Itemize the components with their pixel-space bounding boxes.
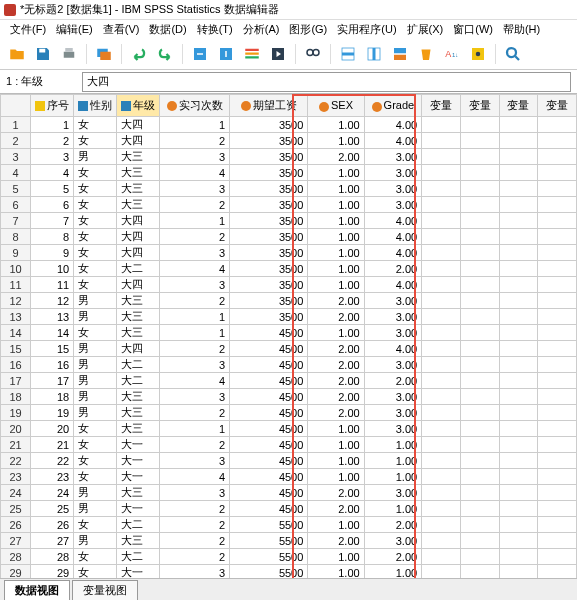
menu-item[interactable]: 窗口(W) bbox=[449, 22, 497, 37]
recall-dialog-icon[interactable] bbox=[93, 43, 115, 65]
cell[interactable] bbox=[422, 245, 461, 261]
cell[interactable] bbox=[460, 261, 499, 277]
cell[interactable]: 4500 bbox=[230, 341, 308, 357]
cell[interactable] bbox=[460, 165, 499, 181]
cell[interactable] bbox=[422, 469, 461, 485]
cell[interactable]: 14 bbox=[31, 325, 74, 341]
cell[interactable]: 1.00 bbox=[308, 197, 364, 213]
cell[interactable]: 2 bbox=[160, 405, 230, 421]
cell[interactable]: 2 bbox=[160, 197, 230, 213]
cell[interactable]: 1.00 bbox=[308, 453, 364, 469]
table-row[interactable]: 2020女大三145001.003.00 bbox=[1, 421, 577, 437]
cell[interactable]: 3 bbox=[160, 181, 230, 197]
cell[interactable] bbox=[422, 149, 461, 165]
cell[interactable] bbox=[538, 197, 577, 213]
cell[interactable] bbox=[538, 133, 577, 149]
table-row[interactable]: 1010女大二435001.002.00 bbox=[1, 261, 577, 277]
cell[interactable]: 2 bbox=[160, 133, 230, 149]
menu-item[interactable]: 查看(V) bbox=[99, 22, 144, 37]
cell[interactable]: 1.00 bbox=[308, 229, 364, 245]
tab-data-view[interactable]: 数据视图 bbox=[4, 580, 70, 600]
cell[interactable]: 大三 bbox=[117, 309, 160, 325]
cell[interactable]: 5500 bbox=[230, 565, 308, 579]
cell[interactable] bbox=[460, 517, 499, 533]
cell[interactable]: 5500 bbox=[230, 549, 308, 565]
cell[interactable] bbox=[460, 181, 499, 197]
cell[interactable]: 2.00 bbox=[308, 389, 364, 405]
cell[interactable]: 4500 bbox=[230, 437, 308, 453]
cell[interactable]: 3.00 bbox=[364, 325, 421, 341]
cell[interactable]: 3500 bbox=[230, 117, 308, 133]
cell[interactable]: 大一 bbox=[117, 565, 160, 579]
cell[interactable]: 3.00 bbox=[364, 293, 421, 309]
cell[interactable]: 3500 bbox=[230, 229, 308, 245]
cell[interactable] bbox=[422, 229, 461, 245]
row-header[interactable]: 18 bbox=[1, 389, 31, 405]
cell[interactable] bbox=[422, 357, 461, 373]
cell[interactable]: 大三 bbox=[117, 389, 160, 405]
cell[interactable]: 大二 bbox=[117, 517, 160, 533]
cell[interactable]: 男 bbox=[74, 533, 117, 549]
cell[interactable] bbox=[538, 245, 577, 261]
cell[interactable] bbox=[499, 213, 538, 229]
cell[interactable]: 4.00 bbox=[364, 213, 421, 229]
row-header[interactable]: 8 bbox=[1, 229, 31, 245]
cell[interactable] bbox=[460, 309, 499, 325]
cell[interactable]: 3500 bbox=[230, 261, 308, 277]
menu-item[interactable]: 编辑(E) bbox=[52, 22, 97, 37]
cell[interactable] bbox=[538, 469, 577, 485]
cell[interactable]: 女 bbox=[74, 549, 117, 565]
cell[interactable]: 3 bbox=[160, 277, 230, 293]
cell[interactable]: 8 bbox=[31, 229, 74, 245]
row-header[interactable]: 9 bbox=[1, 245, 31, 261]
cell[interactable]: 3500 bbox=[230, 197, 308, 213]
cell[interactable]: 1.00 bbox=[308, 213, 364, 229]
row-header[interactable]: 2 bbox=[1, 133, 31, 149]
cell[interactable]: 女 bbox=[74, 133, 117, 149]
cell[interactable]: 2.00 bbox=[308, 149, 364, 165]
row-header[interactable]: 1 bbox=[1, 117, 31, 133]
cell[interactable]: 4500 bbox=[230, 501, 308, 517]
cell[interactable] bbox=[538, 373, 577, 389]
cell[interactable]: 5500 bbox=[230, 533, 308, 549]
cell[interactable]: 大一 bbox=[117, 437, 160, 453]
cell[interactable] bbox=[422, 405, 461, 421]
cell[interactable]: 大一 bbox=[117, 501, 160, 517]
cell[interactable] bbox=[422, 549, 461, 565]
cell[interactable] bbox=[422, 293, 461, 309]
cell[interactable] bbox=[460, 501, 499, 517]
cell[interactable]: 1 bbox=[160, 309, 230, 325]
cell[interactable]: 大二 bbox=[117, 261, 160, 277]
cell[interactable]: 大四 bbox=[117, 117, 160, 133]
cell[interactable]: 女 bbox=[74, 261, 117, 277]
col-header-seq[interactable]: 序号 bbox=[31, 95, 74, 117]
cell[interactable] bbox=[460, 389, 499, 405]
table-row[interactable]: 99女大四335001.004.00 bbox=[1, 245, 577, 261]
cell[interactable]: 女 bbox=[74, 229, 117, 245]
cell[interactable] bbox=[538, 341, 577, 357]
cell[interactable] bbox=[499, 565, 538, 579]
cell[interactable]: 22 bbox=[31, 453, 74, 469]
cell[interactable] bbox=[499, 485, 538, 501]
cell[interactable] bbox=[499, 469, 538, 485]
table-row[interactable]: 1616男大二345002.003.00 bbox=[1, 357, 577, 373]
cell[interactable]: 男 bbox=[74, 389, 117, 405]
undo-icon[interactable] bbox=[128, 43, 150, 65]
cell[interactable]: 4500 bbox=[230, 357, 308, 373]
cell[interactable]: 4500 bbox=[230, 405, 308, 421]
cell[interactable]: 男 bbox=[74, 373, 117, 389]
menu-item[interactable]: 分析(A) bbox=[239, 22, 284, 37]
cell[interactable]: 4 bbox=[31, 165, 74, 181]
cell[interactable]: 1.00 bbox=[308, 181, 364, 197]
menu-item[interactable]: 文件(F) bbox=[6, 22, 50, 37]
print-icon[interactable] bbox=[58, 43, 80, 65]
table-row[interactable]: 1414女大三145001.003.00 bbox=[1, 325, 577, 341]
cell[interactable]: 1.00 bbox=[308, 517, 364, 533]
cell[interactable] bbox=[499, 293, 538, 309]
cell[interactable]: 5 bbox=[31, 181, 74, 197]
cell[interactable]: 女 bbox=[74, 245, 117, 261]
row-header[interactable]: 25 bbox=[1, 501, 31, 517]
cell[interactable]: 1.00 bbox=[308, 469, 364, 485]
table-row[interactable]: 1717男大二445002.002.00 bbox=[1, 373, 577, 389]
cell[interactable]: 4500 bbox=[230, 469, 308, 485]
